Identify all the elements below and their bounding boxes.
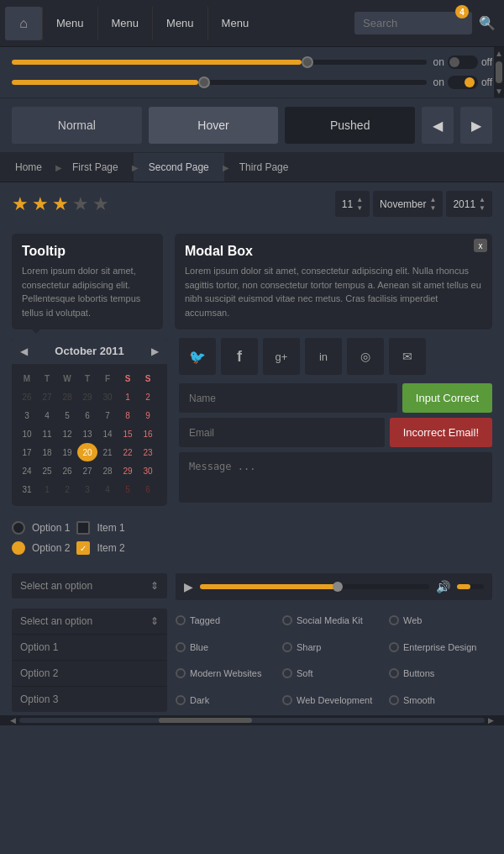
breadcrumb-third[interactable]: Third Page	[224, 153, 304, 182]
cal-1b[interactable]: 1	[37, 480, 57, 498]
volume-track[interactable]	[457, 584, 484, 589]
cal-29[interactable]: 29	[77, 387, 97, 406]
cal-9[interactable]: 9	[138, 406, 158, 424]
cal-10[interactable]: 10	[17, 424, 37, 443]
cal-31[interactable]: 31	[17, 480, 37, 498]
day-down[interactable]: ▼	[356, 204, 363, 212]
cal-4[interactable]: 4	[37, 406, 57, 424]
cal-18[interactable]: 18	[37, 443, 57, 461]
month-spinner[interactable]: November ▲ ▼	[373, 191, 443, 217]
cal-6[interactable]: 6	[77, 406, 97, 424]
cal-25[interactable]: 25	[37, 461, 57, 480]
next-button[interactable]: ▶	[460, 107, 492, 144]
cal-23[interactable]: 23	[138, 443, 158, 461]
scroll-up-arrow[interactable]: ▲	[493, 47, 504, 60]
player-track[interactable]	[200, 584, 429, 589]
tag-web[interactable]: Web	[389, 609, 492, 632]
cal-5b[interactable]: 5	[118, 480, 138, 498]
facebook-icon[interactable]: f	[221, 338, 258, 375]
nav-menu-3[interactable]: Menu	[152, 7, 207, 40]
day-up[interactable]: ▲	[356, 196, 363, 203]
tag-soft[interactable]: Soft	[282, 662, 386, 686]
incorrect-email-button[interactable]: Incorrect Email!	[390, 418, 492, 447]
cal-3[interactable]: 3	[17, 406, 37, 424]
cal-11[interactable]: 11	[37, 424, 57, 443]
cal-14[interactable]: 14	[97, 424, 118, 443]
day-spinner[interactable]: 11 ▲ ▼	[335, 191, 370, 217]
checkbox-item-1[interactable]	[76, 521, 90, 535]
name-input[interactable]	[179, 383, 397, 413]
google-plus-icon[interactable]: g+	[263, 338, 300, 375]
cal-20-today[interactable]: 20	[77, 443, 97, 461]
cal-3b[interactable]: 3	[77, 480, 97, 498]
message-textarea[interactable]	[179, 452, 492, 503]
tag-blue[interactable]: Blue	[176, 635, 279, 659]
star-4[interactable]: ★	[72, 193, 89, 215]
cal-22[interactable]: 22	[118, 443, 138, 461]
dropdown-header[interactable]: Select an option ⇕	[12, 609, 167, 635]
star-2[interactable]: ★	[32, 193, 49, 215]
email-input[interactable]	[179, 418, 385, 447]
year-spinner[interactable]: 2011 ▲ ▼	[446, 191, 492, 217]
linkedin-icon[interactable]: in	[305, 338, 342, 375]
rss-icon[interactable]: ◎	[347, 338, 384, 375]
month-down[interactable]: ▼	[429, 204, 436, 212]
cal-7[interactable]: 7	[97, 406, 118, 424]
toggle-switch-2[interactable]	[448, 76, 478, 89]
scroll-left-arrow[interactable]: ◀	[10, 716, 16, 725]
cal-5[interactable]: 5	[57, 406, 77, 424]
cal-24[interactable]: 24	[17, 461, 37, 480]
cal-17[interactable]: 17	[17, 443, 37, 461]
cal-26b[interactable]: 26	[57, 461, 77, 480]
breadcrumb-home[interactable]: Home	[0, 153, 57, 182]
h-scroll-track[interactable]	[19, 718, 485, 723]
play-button[interactable]: ▶	[184, 580, 193, 593]
cal-30b[interactable]: 30	[138, 461, 158, 480]
tag-modern[interactable]: Modern Websites	[176, 662, 279, 686]
scroll-right-arrow[interactable]: ▶	[488, 716, 494, 725]
h-scroll-thumb[interactable]	[159, 718, 252, 723]
tag-sharp[interactable]: Sharp	[282, 635, 386, 659]
cal-2b[interactable]: 2	[57, 480, 77, 498]
cal-28[interactable]: 28	[57, 387, 77, 406]
tag-smooth[interactable]: Smooth	[389, 688, 492, 712]
input-correct-button[interactable]: Input Correct	[402, 383, 492, 413]
slider-track-1[interactable]	[12, 60, 427, 65]
home-button[interactable]: ⌂	[5, 7, 42, 40]
search-icon[interactable]: 🔍	[475, 12, 499, 34]
scroll-thumb-v[interactable]	[496, 61, 502, 83]
volume-icon[interactable]: 🔊	[436, 580, 450, 593]
nav-menu-2[interactable]: Menu	[97, 7, 153, 40]
year-down[interactable]: ▼	[479, 204, 486, 212]
cal-26[interactable]: 26	[17, 387, 37, 406]
tag-buttons[interactable]: Buttons	[389, 662, 492, 686]
star-5[interactable]: ★	[92, 193, 109, 215]
cal-8[interactable]: 8	[118, 406, 138, 424]
radio-option-2[interactable]	[12, 541, 25, 555]
month-up[interactable]: ▲	[429, 196, 436, 203]
cal-12[interactable]: 12	[57, 424, 77, 443]
cal-1a[interactable]: 1	[118, 387, 138, 406]
cal-19[interactable]: 19	[57, 443, 77, 461]
hover-button[interactable]: Hover	[149, 107, 279, 144]
nav-menu-4[interactable]: Menu	[207, 7, 263, 40]
breadcrumb-second[interactable]: Second Page	[134, 153, 224, 182]
slider-thumb-2[interactable]	[198, 76, 210, 88]
cal-13[interactable]: 13	[77, 424, 97, 443]
scroll-down-arrow[interactable]: ▼	[493, 85, 504, 98]
normal-button[interactable]: Normal	[12, 107, 142, 144]
toggle-switch-1[interactable]	[448, 55, 478, 69]
cal-next[interactable]: ▶	[151, 345, 159, 357]
dropdown-option-2[interactable]: Option 2	[12, 661, 167, 687]
checkbox-item-2[interactable]: ✓	[76, 541, 90, 555]
pushed-button[interactable]: Pushed	[285, 107, 415, 144]
tag-tagged[interactable]: Tagged	[176, 609, 279, 632]
tag-enterprise[interactable]: Enterprise Design	[389, 635, 492, 659]
cal-29b[interactable]: 29	[118, 461, 138, 480]
cal-30a[interactable]: 30	[97, 387, 118, 406]
cal-21[interactable]: 21	[97, 443, 118, 461]
twitter-icon[interactable]: 🐦	[179, 338, 216, 375]
search-input[interactable]	[354, 12, 472, 34]
modal-close-button[interactable]: x	[474, 239, 487, 252]
radio-option-1[interactable]	[12, 521, 25, 535]
